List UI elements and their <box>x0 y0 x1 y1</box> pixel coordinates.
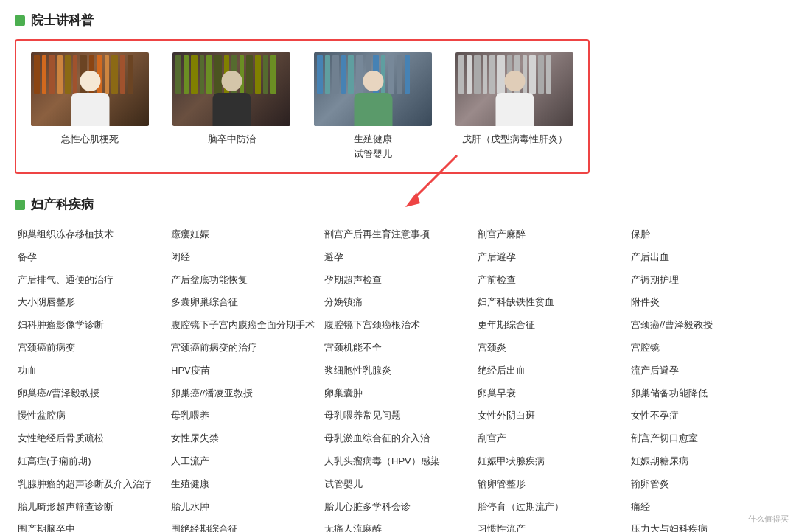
academy-card-1[interactable]: 急性心肌梗死 <box>31 52 149 161</box>
disease-item[interactable]: 胎儿畸形超声筛查诊断 <box>15 496 168 519</box>
academy-label-4: 戊肝（戊型病毒性肝炎） <box>462 132 568 147</box>
disease-item[interactable]: 卵巢储备功能降低 <box>628 382 781 405</box>
disease-item[interactable]: 母乳喂养 <box>168 405 321 427</box>
academy-label-1: 急性心肌梗死 <box>61 132 119 147</box>
gynecology-title: 妇产科疾病 <box>31 196 94 213</box>
academy-label-2: 脑卒中防治 <box>208 132 256 147</box>
disease-item[interactable]: 宫颈癌//曹泽毅教授 <box>628 314 781 337</box>
academy-card-2[interactable]: 脑卒中防治 <box>172 52 290 161</box>
academy-section: 院士讲科普 <box>15 12 781 174</box>
disease-item[interactable]: 宫颈炎 <box>475 337 628 360</box>
academy-thumb-3 <box>314 52 432 126</box>
academy-thumb-1 <box>31 52 149 126</box>
disease-item[interactable]: 妊高症(子痫前期) <box>15 450 168 473</box>
disease-item[interactable]: 产后排气、通便的治疗 <box>15 269 168 292</box>
academy-card-3[interactable]: 生殖健康 试管婴儿 <box>314 52 432 161</box>
disease-item[interactable]: 剖宫产麻醉 <box>475 223 628 246</box>
svg-line-0 <box>413 155 457 200</box>
disease-item[interactable]: 乳腺肿瘤的超声诊断及介入治疗 <box>15 473 168 496</box>
disease-item[interactable]: 腹腔镜下宫颈癌根治术 <box>321 314 475 337</box>
disease-item[interactable]: 人工流产 <box>168 450 321 473</box>
disease-item[interactable]: 癔瘿妊娠 <box>168 223 321 246</box>
disease-item[interactable]: 慢性盆腔病 <box>15 405 168 427</box>
disease-item[interactable]: 刮宫产 <box>475 427 628 450</box>
disease-item[interactable]: 腹腔镜下子宫内膜癌全面分期手术 <box>168 314 321 337</box>
academy-dot <box>15 15 25 26</box>
academy-card-4[interactable]: 戊肝（戊型病毒性肝炎） <box>455 52 573 161</box>
disease-item[interactable]: 浆细胞性乳腺炎 <box>321 360 475 382</box>
disease-item[interactable]: 胎儿水肿 <box>168 496 321 519</box>
disease-item[interactable]: 流产后避孕 <box>628 360 781 382</box>
disease-item[interactable]: 宫颈机能不全 <box>321 337 475 360</box>
disease-item[interactable]: 输卵管整形 <box>475 473 628 496</box>
disease-item[interactable]: 女性尿失禁 <box>168 427 321 450</box>
disease-item[interactable]: 卵巢癌//潘凌亚教授 <box>168 382 321 405</box>
disease-item[interactable]: 宫颈癌前病变的治疗 <box>168 337 321 360</box>
academy-title: 院士讲科普 <box>31 12 94 29</box>
academy-label-3: 生殖健康 试管婴儿 <box>354 132 392 161</box>
disease-item[interactable]: 备孕 <box>15 246 168 269</box>
disease-item[interactable]: 卵巢组织冻存移植技术 <box>15 223 168 246</box>
disease-item[interactable]: 试管婴儿 <box>321 473 475 496</box>
disease-item[interactable]: 卵巢癌//曹泽毅教授 <box>15 382 168 405</box>
disease-item[interactable]: 产后出血 <box>628 246 781 269</box>
red-arrow-icon <box>398 152 472 211</box>
disease-item[interactable]: 胎停育（过期流产） <box>475 496 628 519</box>
disease-item[interactable]: 无痛人流麻醉 <box>321 518 475 532</box>
disease-item[interactable]: 多囊卵巢综合征 <box>168 291 321 314</box>
disease-item[interactable]: 母乳淤血综合征的介入治 <box>321 427 475 450</box>
disease-item[interactable]: 妇产科缺铁性贫血 <box>475 291 628 314</box>
disease-item[interactable]: 孕期超声检查 <box>321 269 475 292</box>
disease-item[interactable]: 母乳喂养常见问题 <box>321 405 475 427</box>
disease-item[interactable]: 卵巢囊肿 <box>321 382 475 405</box>
disease-item[interactable]: 剖宫产切口愈室 <box>628 427 781 450</box>
disease-item[interactable]: 功血 <box>15 360 168 382</box>
disease-item[interactable]: HPV疫苗 <box>168 360 321 382</box>
disease-item[interactable]: 剖宫产后再生育注意事项 <box>321 223 475 246</box>
academy-header: 院士讲科普 <box>15 12 781 29</box>
disease-item[interactable]: 避孕 <box>321 246 475 269</box>
disease-item[interactable]: 妊娠甲状腺疾病 <box>475 450 628 473</box>
disease-item[interactable]: 妊娠期糖尿病 <box>628 450 781 473</box>
disease-item[interactable]: 保胎 <box>628 223 781 246</box>
disease-item[interactable]: 围绝经期综合征 <box>168 518 321 532</box>
disease-item[interactable]: 宫颈癌前病变 <box>15 337 168 360</box>
disease-item[interactable]: 胎儿心脏多学科会诊 <box>321 496 475 519</box>
disease-item[interactable]: 女性绝经后骨质疏松 <box>15 427 168 450</box>
disease-item[interactable]: 产前检查 <box>475 269 628 292</box>
disease-item[interactable]: 习惯性流产 <box>475 518 628 532</box>
disease-item[interactable]: 围产期脑卒中 <box>15 518 168 532</box>
disease-item[interactable]: 附件炎 <box>628 291 781 314</box>
disease-item[interactable]: 产后盆底功能恢复 <box>168 269 321 292</box>
disease-item[interactable]: 妇科肿瘤影像学诊断 <box>15 314 168 337</box>
watermark: 什么值得买 <box>748 514 789 525</box>
academy-cards: 急性心肌梗死 <box>31 52 573 161</box>
academy-thumb-4 <box>455 52 573 126</box>
disease-item[interactable]: 产后避孕 <box>475 246 628 269</box>
disease-item[interactable]: 女性不孕症 <box>628 405 781 427</box>
disease-item[interactable]: 分娩镇痛 <box>321 291 475 314</box>
disease-item[interactable]: 输卵管炎 <box>628 473 781 496</box>
academy-cards-wrapper: 急性心肌梗死 <box>15 39 590 174</box>
disease-item[interactable]: 绝经后出血 <box>475 360 628 382</box>
disease-item[interactable]: 卵巢早衰 <box>475 382 628 405</box>
academy-thumb-2 <box>172 52 290 126</box>
disease-item[interactable]: 生殖健康 <box>168 473 321 496</box>
disease-item[interactable]: 宫腔镜 <box>628 337 781 360</box>
disease-item[interactable]: 大小阴唇整形 <box>15 291 168 314</box>
disease-grid: 卵巢组织冻存移植技术癔瘿妊娠剖宫产后再生育注意事项剖宫产麻醉保胎备孕闭经避孕产后… <box>15 223 781 532</box>
disease-item[interactable]: 更年期综合征 <box>475 314 628 337</box>
disease-item[interactable]: 产褥期护理 <box>628 269 781 292</box>
disease-item[interactable]: 女性外阴白斑 <box>475 405 628 427</box>
gynecology-section: 妇产科疾病 卵巢组织冻存移植技术癔瘿妊娠剖宫产后再生育注意事项剖宫产麻醉保胎备孕… <box>15 196 781 532</box>
gynecology-dot <box>15 200 25 210</box>
disease-item[interactable]: 人乳头瘤病毒（HPV）感染 <box>321 450 475 473</box>
disease-item[interactable]: 闭经 <box>168 246 321 269</box>
